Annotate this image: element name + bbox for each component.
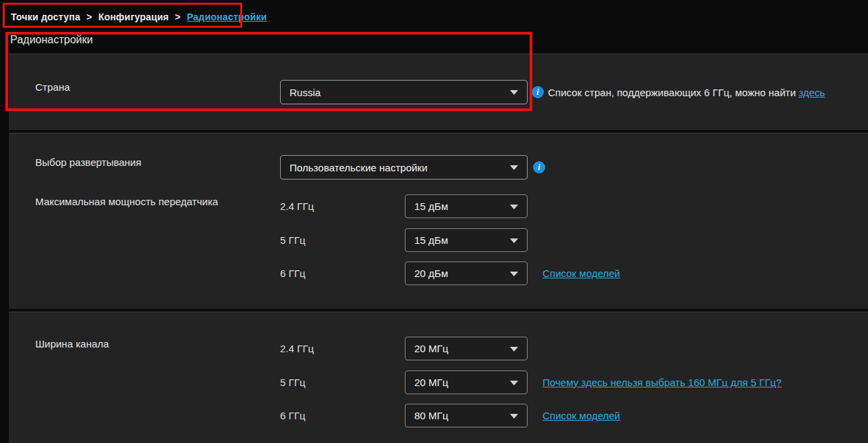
channel-width-dropdown-2_4[interactable]: 20 МГц xyxy=(405,337,528,360)
country-info-note-text: Список стран, поддерживающих 6 ГГц, можн… xyxy=(548,87,796,98)
info-icon[interactable]: i xyxy=(532,86,544,98)
chevron-down-icon xyxy=(510,238,518,243)
chevron-down-icon xyxy=(510,414,518,419)
country-dropdown-value: Russia xyxy=(290,81,321,104)
channel-width-value-2_4: 20 МГц xyxy=(414,337,448,360)
page-title: Радионастройки xyxy=(10,34,93,46)
tx-power-band-6: 6 ГГц xyxy=(280,261,305,285)
chevron-down-icon xyxy=(510,272,518,276)
country-info-note: Список стран, поддерживающих 6 ГГц, можн… xyxy=(548,87,825,98)
channel-width-models-link[interactable]: Список моделей xyxy=(542,404,620,427)
tx-power-value-2_4: 15 дБм xyxy=(414,195,448,217)
tx-power-value-5: 15 дБм xyxy=(414,229,448,251)
country-info-here-link[interactable]: здесь xyxy=(799,87,825,98)
chevron-down-icon xyxy=(510,347,518,352)
channel-width-dropdown-6[interactable]: 80 МГц xyxy=(405,404,528,427)
chevron-down-icon xyxy=(510,381,518,385)
breadcrumb-separator: > xyxy=(86,12,92,22)
breadcrumb-separator: > xyxy=(175,12,180,22)
tx-power-band-2_4: 2.4 ГГц xyxy=(280,194,314,218)
breadcrumb-item-configuration[interactable]: Конфигурация xyxy=(98,12,169,22)
channel-width-band-2_4: 2.4 ГГц xyxy=(280,337,314,360)
deployment-label: Выбор развертывания xyxy=(35,156,141,168)
chevron-down-icon xyxy=(510,165,518,170)
tx-power-dropdown-6[interactable]: 20 дБм xyxy=(405,261,528,285)
tx-power-models-link[interactable]: Список моделей xyxy=(542,261,620,285)
deployment-dropdown-value: Пользовательские настройки xyxy=(290,156,427,179)
breadcrumb-item-radio-settings[interactable]: Радионастройки xyxy=(187,12,267,22)
info-icon[interactable]: i xyxy=(533,161,545,173)
tx-power-band-5: 5 ГГц xyxy=(280,228,305,252)
channel-width-value-6: 80 МГц xyxy=(414,404,448,427)
tx-power-dropdown-5[interactable]: 15 дБм xyxy=(405,228,528,252)
tx-power-dropdown-2_4[interactable]: 15 дБм xyxy=(405,194,528,218)
channel-width-band-6: 6 ГГц xyxy=(280,404,305,427)
country-dropdown[interactable]: Russia xyxy=(280,80,528,104)
channel-width-band-5: 5 ГГц xyxy=(280,371,305,394)
chevron-down-icon xyxy=(510,205,518,209)
tx-power-label: Максимальная мощность передатчика xyxy=(35,196,218,207)
breadcrumb: Точки доступа > Конфигурация > Радионаст… xyxy=(11,12,267,22)
tx-power-value-6: 20 дБм xyxy=(414,262,448,284)
country-label: Страна xyxy=(35,81,70,93)
breadcrumb-item-access-points[interactable]: Точки доступа xyxy=(11,12,80,22)
chevron-down-icon xyxy=(510,90,518,95)
channel-width-dropdown-5[interactable]: 20 МГц xyxy=(405,371,528,394)
channel-width-160mhz-why-link[interactable]: Почему здесь нельзя выбрать 160 МГц для … xyxy=(542,371,782,394)
channel-width-label: Ширина канала xyxy=(35,338,109,350)
radio-settings-page: Точки доступа > Конфигурация > Радионаст… xyxy=(0,0,868,443)
channel-width-value-5: 20 МГц xyxy=(414,371,448,394)
deployment-dropdown[interactable]: Пользовательские настройки xyxy=(280,155,528,180)
